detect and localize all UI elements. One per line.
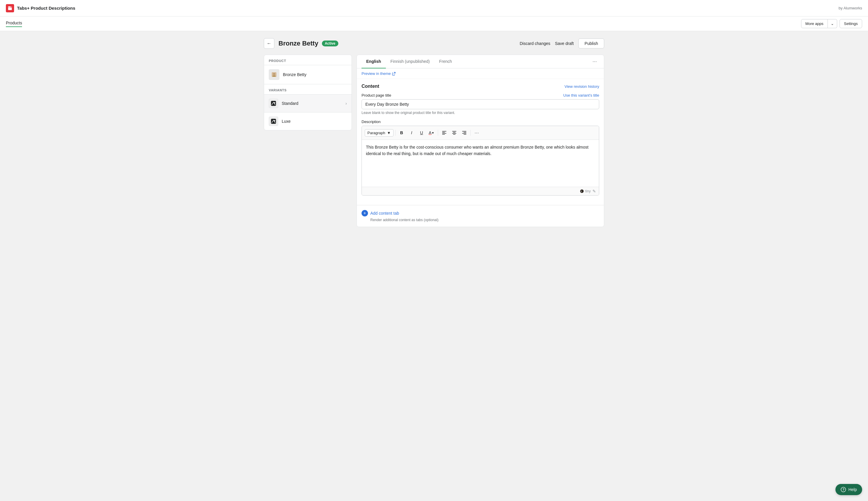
paragraph-select-label: Paragraph (367, 131, 385, 135)
app-logo-icon (6, 4, 14, 12)
add-content-tab-section: + Add content tab Render additional cont… (357, 205, 604, 227)
product-page-title-field: Product page title Use this variant's ti… (362, 93, 599, 115)
use-variant-title-link[interactable]: Use this variant's title (563, 93, 599, 97)
tab-french[interactable]: French (434, 55, 457, 68)
italic-icon: I (411, 130, 412, 135)
discard-changes-button[interactable]: Discard changes (520, 41, 550, 46)
app-title: Tabs+ Product Descriptions (17, 6, 75, 11)
variant-item-luxe[interactable]: Luxe (264, 113, 352, 130)
product-page-title-hint: Leave blank to show the original product… (362, 111, 599, 115)
back-button[interactable]: ← (264, 38, 274, 49)
app-attribution: by Alumworks (839, 6, 862, 10)
right-panel: English Finnish (unpublished) French ···… (356, 55, 604, 227)
svg-rect-8 (271, 119, 276, 124)
toolbar-separator-1 (395, 130, 396, 136)
tab-finnish[interactable]: Finnish (unpublished) (386, 55, 435, 68)
add-content-tab-button[interactable]: + Add content tab (362, 210, 399, 216)
underline-icon: U (420, 130, 423, 135)
product-thumbnail (269, 69, 279, 80)
content-section: Content View revision history Product pa… (357, 79, 604, 205)
tabs-more-button[interactable]: ··· (590, 56, 599, 67)
save-draft-button[interactable]: Save draft (555, 41, 574, 46)
description-field: Description Paragraph ▼ B (362, 119, 599, 195)
variant-name-standard: Standard (282, 101, 298, 106)
align-right-icon (462, 131, 466, 135)
content-section-title: Content (362, 84, 379, 89)
variants-section-title: VARIANTS (264, 84, 352, 94)
preview-link-text: Preview in theme (362, 71, 391, 76)
font-color-button[interactable]: A ▼ (427, 128, 436, 137)
align-left-icon (442, 131, 447, 135)
align-right-button[interactable] (460, 128, 469, 137)
content-header: Content View revision history (362, 84, 599, 89)
tabs-row: English Finnish (unpublished) French ··· (357, 55, 604, 68)
align-center-button[interactable] (450, 128, 459, 137)
product-section-title: PRODUCT (264, 55, 352, 65)
svg-rect-1 (8, 8, 12, 10)
add-tab-icon: + (362, 210, 368, 216)
variant-item-standard[interactable]: Standard › (264, 95, 352, 112)
product-page-title-input[interactable] (362, 99, 599, 109)
description-label: Description (362, 119, 381, 124)
bold-button[interactable]: B (397, 128, 406, 137)
red-arrow-add-tab (356, 209, 359, 218)
main-content: ← Bronze Betty Active Discard changes Sa… (258, 31, 610, 234)
align-center-icon (452, 131, 457, 135)
content-card: English Finnish (unpublished) French ···… (356, 55, 604, 227)
svg-point-9 (274, 120, 275, 121)
view-revision-history-link[interactable]: View revision history (564, 84, 599, 89)
svg-text:?: ? (843, 488, 845, 491)
description-editor: Paragraph ▼ B I U A ▼ (362, 126, 599, 195)
tiny-brand: t tiny (580, 189, 591, 193)
left-panel-card: PRODUCT Bronze Betty VARIANTS (264, 55, 352, 130)
page-title: Bronze Betty (278, 40, 318, 47)
add-tab-button-label: Add content tab (370, 211, 399, 215)
paragraph-dropdown-icon: ▼ (387, 131, 391, 135)
settings-button[interactable]: Settings (839, 19, 862, 28)
align-left-button[interactable] (440, 128, 449, 137)
app-logo: Tabs+ Product Descriptions (6, 4, 75, 12)
description-text: This Bronze Betty is for the cost-consci… (366, 145, 589, 156)
svg-point-4 (273, 73, 275, 75)
left-panel: PRODUCT Bronze Betty VARIANTS (264, 55, 352, 130)
tiny-logo-icon: t (580, 189, 584, 193)
page-header: ← Bronze Betty Active Discard changes Sa… (264, 38, 604, 49)
add-tab-hint: Render additional content as tabs (optio… (362, 218, 599, 222)
tab-english[interactable]: English (362, 55, 386, 68)
help-button-label: Help (848, 487, 857, 492)
product-item[interactable]: Bronze Betty (264, 65, 352, 84)
svg-point-7 (274, 102, 275, 103)
bold-icon: B (400, 130, 403, 135)
standard-variant-wrapper: Standard › (264, 95, 352, 112)
tiny-brand-label: tiny (585, 189, 591, 193)
secondary-nav: Products More apps ⌄ Settings (0, 17, 868, 31)
svg-point-22 (580, 189, 584, 193)
more-apps-button[interactable]: More apps (801, 19, 828, 28)
chevron-icon-standard: › (345, 101, 347, 106)
add-tab-row: + Add content tab (362, 210, 599, 216)
preview-in-theme-link[interactable]: Preview in theme (357, 68, 604, 79)
more-toolbar-button[interactable]: ··· (472, 128, 481, 137)
products-tab[interactable]: Products (6, 21, 22, 27)
italic-button[interactable]: I (407, 128, 416, 137)
more-apps-dropdown-button[interactable]: ⌄ (828, 19, 837, 28)
help-button[interactable]: ? Help (835, 484, 862, 495)
description-editor-body[interactable]: This Bronze Betty is for the cost-consci… (362, 140, 599, 187)
external-link-icon (392, 72, 396, 75)
editor-footer: t tiny ✎ (362, 187, 599, 195)
product-page-title-header: Product page title Use this variant's ti… (362, 93, 599, 97)
editor-resize-button[interactable]: ✎ (592, 189, 596, 193)
toolbar-separator-3 (470, 130, 471, 136)
description-header: Description (362, 119, 599, 124)
product-name: Bronze Betty (283, 72, 306, 77)
underline-button[interactable]: U (417, 128, 426, 137)
page-header-actions: Discard changes Save draft Publish (520, 39, 604, 49)
variant-name-luxe: Luxe (282, 119, 290, 124)
publish-button[interactable]: Publish (578, 39, 604, 49)
svg-rect-6 (271, 101, 276, 106)
editor-toolbar: Paragraph ▼ B I U A ▼ (362, 126, 599, 140)
paragraph-select[interactable]: Paragraph ▼ (365, 129, 394, 137)
svg-rect-2 (8, 7, 11, 7)
top-nav: Tabs+ Product Descriptions by Alumworks (0, 0, 868, 17)
font-color-dropdown-icon: ▼ (431, 131, 434, 135)
